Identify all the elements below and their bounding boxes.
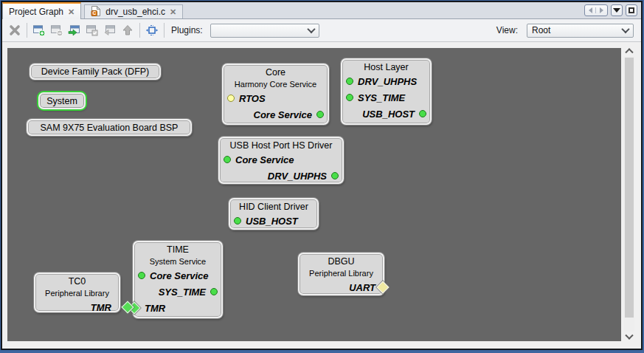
export-view-button[interactable] (66, 21, 83, 39)
node-title: Device Family Pack (DFP) (41, 66, 150, 77)
node-title: USB Host Port HS Driver (220, 138, 342, 151)
view-label: View: (496, 25, 518, 35)
port-label: Core Service (150, 270, 209, 281)
tab-project-graph[interactable]: Project Graph ✕ (2, 2, 81, 19)
maximize-button[interactable] (626, 4, 637, 16)
port-drv-uhphs[interactable]: DRV_UHPHS (220, 168, 342, 184)
port-drv-uhphs[interactable]: DRV_UHPHS (342, 73, 430, 89)
node-title: System (46, 96, 77, 106)
apply-view-button[interactable] (83, 21, 101, 39)
move-up-button[interactable] (119, 21, 136, 39)
node-system[interactable]: System (38, 92, 86, 109)
scroll-tabs-right-button[interactable] (596, 7, 607, 13)
scrollbar-track[interactable] (624, 56, 634, 332)
port-sys-time[interactable]: SYS_TIME (342, 89, 430, 106)
new-view-button[interactable] (30, 21, 48, 39)
port-usb-host[interactable]: USB_HOST (230, 213, 317, 229)
c-source-file-icon: C (91, 5, 101, 19)
node-subtitle: Peripheral Library (35, 287, 119, 299)
checked-window-icon (86, 24, 99, 37)
back-window-icon (103, 24, 117, 37)
node-tc0[interactable]: TC0Peripheral LibraryTMR (34, 273, 120, 312)
port-label: USB_HOST (246, 216, 298, 227)
scrollbar-thumb[interactable] (625, 58, 634, 318)
delete-button[interactable] (6, 21, 24, 39)
node-usb-host-port-hs-driver[interactable]: USB Host Port HS DriverCore ServiceDRV_U… (218, 137, 344, 184)
port-tmr[interactable]: TMR (35, 299, 119, 315)
dropdown-arrow-icon (613, 8, 620, 16)
back-view-button[interactable] (101, 21, 119, 39)
close-icon[interactable]: ✕ (68, 8, 75, 16)
node-hid-client-driver[interactable]: HID Client DriverUSB_HOST (229, 198, 319, 230)
port-label: SYS_TIME (358, 92, 405, 103)
view-dropdown[interactable]: Root (527, 24, 634, 38)
vertical-scrollbar[interactable] (624, 44, 634, 343)
node-time[interactable]: TIMESystem ServiceCore ServiceSYS_TIMETM… (133, 241, 223, 318)
plugins-dropdown[interactable] (210, 24, 319, 38)
port-core-service[interactable]: Core Service (224, 106, 328, 123)
circle-connector-green-icon[interactable] (331, 172, 339, 179)
scroll-down-button[interactable] (624, 332, 634, 343)
port-sys-time[interactable]: SYS_TIME (134, 284, 221, 300)
circle-connector-green-icon[interactable] (419, 110, 426, 117)
port-uart[interactable]: UART (300, 279, 383, 295)
scroll-tabs-left-button[interactable] (585, 7, 596, 13)
circle-connector-green-icon[interactable] (210, 288, 218, 295)
port-label: Core Service (235, 154, 294, 165)
application-window: Project Graph ✕ C drv_usb_ehci.c ✕ (0, 0, 644, 353)
circle-connector-green-icon[interactable] (346, 78, 353, 85)
view-dropdown-value: Root (532, 25, 550, 35)
tab-scroll-buttons (584, 4, 608, 16)
port-core-service[interactable]: Core Service (220, 151, 342, 168)
node-title: TIME (134, 242, 221, 256)
node-subtitle: System Service (134, 256, 221, 267)
right-arrow-icon (600, 7, 606, 13)
node-host-layer[interactable]: Host LayerDRV_UHPHSSYS_TIMEUSB_HOST (341, 58, 432, 125)
circle-connector-yellow-icon[interactable] (227, 95, 235, 102)
tab-list-dropdown-button[interactable] (611, 4, 623, 16)
scroll-up-button[interactable] (624, 44, 634, 56)
fit-to-view-button[interactable] (143, 21, 161, 39)
delete-x-icon (8, 24, 21, 37)
left-arrow-icon (586, 7, 592, 13)
node-subtitle: Harmony Core Service (224, 78, 328, 90)
tab-bar: Project Graph ✕ C drv_usb_ehci.c ✕ (2, 2, 641, 19)
port-tmr[interactable]: TMR (134, 300, 221, 316)
circle-connector-green-icon[interactable] (234, 217, 241, 225)
chevron-down-icon (621, 25, 629, 33)
port-usb-host[interactable]: USB_HOST (342, 106, 430, 122)
export-window-icon (68, 24, 81, 37)
diamond-connector-yellow-icon[interactable] (377, 281, 389, 294)
circle-connector-green-icon[interactable] (316, 111, 324, 118)
chevron-down-icon (307, 25, 315, 33)
node-title: HID Client Driver (230, 199, 317, 213)
port-rtos[interactable]: RTOS (224, 90, 328, 106)
node-core[interactable]: CoreHarmony Core ServiceRTOSCore Service (222, 64, 329, 125)
tab-controls (584, 4, 637, 16)
port-core-service[interactable]: Core Service (134, 267, 221, 284)
tab-label: Project Graph (9, 7, 63, 17)
remove-window-icon (50, 24, 63, 37)
toolbar-separator (27, 23, 27, 38)
port-label: SYS_TIME (159, 287, 206, 298)
circle-connector-green-icon[interactable] (138, 272, 145, 279)
node-bsp[interactable]: SAM 9X75 Evaluation Board BSP (27, 119, 192, 136)
port-label: TMR (91, 302, 111, 313)
node-subtitle: Peripheral Library (300, 267, 383, 279)
circle-connector-green-icon[interactable] (346, 94, 353, 101)
node-dfp[interactable]: Device Family Pack (DFP) (30, 64, 161, 80)
node-title: Host Layer (342, 60, 430, 73)
close-icon[interactable]: ✕ (170, 8, 176, 16)
tab-drv-usb-ehci[interactable]: C drv_usb_ehci.c ✕ (84, 4, 183, 18)
circle-connector-green-icon[interactable] (224, 156, 231, 163)
port-label: DRV_UHPHS (268, 171, 327, 182)
node-dbgu[interactable]: DBGUPeripheral LibraryUART (298, 253, 384, 295)
port-label: RTOS (239, 93, 266, 104)
node-title: Core (224, 65, 328, 78)
new-window-icon (32, 24, 46, 37)
graph-canvas[interactable]: Device Family Pack (DFP)SystemSAM 9X75 E… (7, 48, 621, 341)
node-title: SAM 9X75 Evaluation Board BSP (41, 123, 179, 133)
remove-view-button[interactable] (48, 21, 66, 39)
tab-label: drv_usb_ehci.c (105, 7, 165, 17)
graph-main-area: Device Family Pack (DFP)SystemSAM 9X75 E… (2, 42, 641, 349)
